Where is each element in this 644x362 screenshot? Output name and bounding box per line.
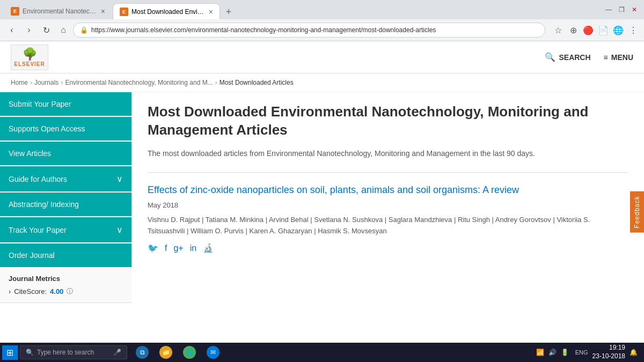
sidebar-track-paper[interactable]: Track Your Paper ∨ [0,217,131,242]
browser-tabs: E Environmental Nanotechnology, × E Most… [4,0,236,19]
browser-tab-2[interactable]: E Most Downloaded Environmenta... × [113,3,220,19]
url-text: https://www.journals.elsevier.com/enviro… [91,26,538,34]
abstracting-label: Abstracting/ Indexing [9,200,79,209]
minimize-button[interactable]: — [603,4,614,15]
breadcrumb-journal[interactable]: Environmental Nanotechnology, Monitoring… [65,79,213,86]
logo-tree-icon: 🌳 [23,47,37,61]
article-divider [148,172,628,173]
taskbar-search-box[interactable]: 🔍 Type here to search 🎤 [20,345,127,359]
taskbar-mail[interactable]: ✉ [202,343,224,362]
breadcrumb-home[interactable]: Home [11,79,28,86]
cite-score-row: › CiteScore: 4.00 ⓘ [9,287,123,296]
submit-paper-label: Submit Your Paper [9,100,71,108]
search-icon: 🔍 [545,52,555,62]
guide-authors-label: Guide for Authors [9,175,67,183]
journal-metrics-section: Journal Metrics › CiteScore: 4.00 ⓘ [0,268,131,303]
search-button[interactable]: 🔍 SEARCH [545,52,590,62]
mendeley-icon[interactable]: 🔬 [203,243,214,253]
tab2-label: Most Downloaded Environmenta... [131,8,204,16]
linkedin-icon[interactable]: in [190,243,196,253]
breadcrumb-sep1: › [30,79,32,86]
maximize-button[interactable]: ❐ [616,4,627,15]
sidebar-open-access[interactable]: Supports Open Access [0,117,131,141]
sidebar: Submit Your Paper Supports Open Access V… [0,92,131,343]
taskbar-explorer[interactable]: 📁 [155,343,177,362]
page-content: 🌳 ELSEVIER 🔍 SEARCH ≡ MENU Home › Journa… [0,41,644,343]
breadcrumb: Home › Journals › Environmental Nanotech… [0,73,644,92]
forward-button[interactable]: › [21,23,36,38]
elsevier-logo: 🌳 ELSEVIER [11,45,48,70]
taskbar-chrome[interactable]: 🌐 [179,343,200,362]
settings-icon[interactable]: ⋮ [627,24,640,36]
explorer-icon: 📁 [159,346,172,359]
breadcrumb-sep3: › [215,79,217,86]
refresh-button[interactable]: ↻ [39,23,54,38]
breadcrumb-current: Most Downloaded Articles [219,79,294,86]
speaker-icon: 🔊 [548,349,557,356]
feedback-tab[interactable]: Feedback [630,191,644,233]
taskbar-items: ⧉ 📁 🌐 ✉ [131,343,224,362]
page-subtitle: The most downloaded articles from Enviro… [148,148,628,159]
back-button[interactable]: ‹ [4,23,19,38]
home-button[interactable]: ⌂ [56,23,71,38]
track-paper-label: Track Your Paper [9,226,67,234]
menu-button[interactable]: ≡ MENU [604,53,633,62]
journal-metrics-title: Journal Metrics [9,275,123,283]
sidebar-order-journal[interactable]: Order Journal [0,243,131,267]
mail-icon: ✉ [207,346,219,359]
cite-info-icon: ⓘ [67,287,73,296]
cite-score-value: 4.00 [50,287,63,295]
browser-controls: ‹ › ↻ ⌂ 🔒 https://www.journals.elsevier.… [0,19,644,41]
twitter-icon[interactable]: 🐦 [148,243,158,253]
extension-icon1[interactable]: ⊕ [567,24,580,36]
close-button[interactable]: ✕ [629,4,640,15]
breadcrumb-sep2: › [61,79,63,86]
main-layout: Submit Your Paper Supports Open Access V… [0,92,644,343]
tab2-close[interactable]: × [209,8,213,16]
new-tab-button[interactable]: + [221,4,236,19]
sidebar-guide-authors[interactable]: Guide for Authors ∨ [0,166,131,191]
taskbar-task-view[interactable]: ⧉ [131,343,153,362]
sidebar-submit-paper[interactable]: Submit Your Paper [0,92,131,116]
main-content: Most Downloaded Environmental Nanotechno… [131,92,644,343]
toolbar-icons: ☆ ⊕ 🔴 📄 🌐 ⋮ [552,24,640,36]
track-paper-chevron: ∨ [116,225,123,235]
star-icon[interactable]: ☆ [552,24,565,36]
network-icon: 📶 [536,349,544,356]
article-1-authors: Vishnu D. Rajput | Tatiana M. Minkina | … [148,215,628,237]
tab2-icon: E [120,8,128,16]
googleplus-icon[interactable]: g+ [173,243,183,253]
extension-icon3[interactable]: 📄 [597,24,610,36]
taskbar-clock: 19:19 23-10-2018 [592,344,625,360]
article-item-1: Effects of zinc-oxide nanoparticles on s… [148,183,628,254]
sidebar-abstracting[interactable]: Abstracting/ Indexing [0,193,131,216]
notification-icon: 🔔 [630,349,638,356]
logo-name: ELSEVIER [14,61,45,67]
extension-icon2[interactable]: 🔴 [582,24,595,36]
social-share-icons: 🐦 f g+ in 🔬 [148,243,628,253]
sidebar-view-articles[interactable]: View Articles [0,142,131,165]
taskbar-search-icon: 🔍 [26,349,34,356]
menu-icon: ≡ [604,53,608,62]
chrome-icon: 🌐 [183,346,196,359]
microphone-icon: 🎤 [113,349,121,356]
article-1-title[interactable]: Effects of zinc-oxide nanoparticles on s… [148,183,628,197]
order-journal-label: Order Journal [9,251,55,260]
open-access-label: Supports Open Access [9,124,85,133]
tab1-label: Environmental Nanotechnology, [23,8,97,15]
browser-tab-1[interactable]: E Environmental Nanotechnology, × [4,3,112,19]
header-nav: 🔍 SEARCH ≡ MENU [545,52,633,62]
browser-chrome: E Environmental Nanotechnology, × E Most… [0,0,644,41]
facebook-icon[interactable]: f [165,243,167,253]
view-articles-label: View Articles [9,149,51,158]
page-title: Most Downloaded Environmental Nanotechno… [148,103,628,139]
taskbar-time-value: 19:19 [592,344,625,352]
tab1-close[interactable]: × [101,7,105,16]
taskbar: ⊞ 🔍 Type here to search 🎤 ⧉ 📁 🌐 ✉ 📶 🔊 🔋 … [0,343,644,362]
extension-icon4[interactable]: 🌐 [612,24,625,36]
breadcrumb-journals[interactable]: Journals [34,79,58,86]
windows-logo-icon: ⊞ [6,348,13,357]
address-bar[interactable]: 🔒 https://www.journals.elsevier.com/envi… [73,23,545,38]
lock-icon: 🔒 [80,26,88,34]
start-button[interactable]: ⊞ [2,345,18,360]
